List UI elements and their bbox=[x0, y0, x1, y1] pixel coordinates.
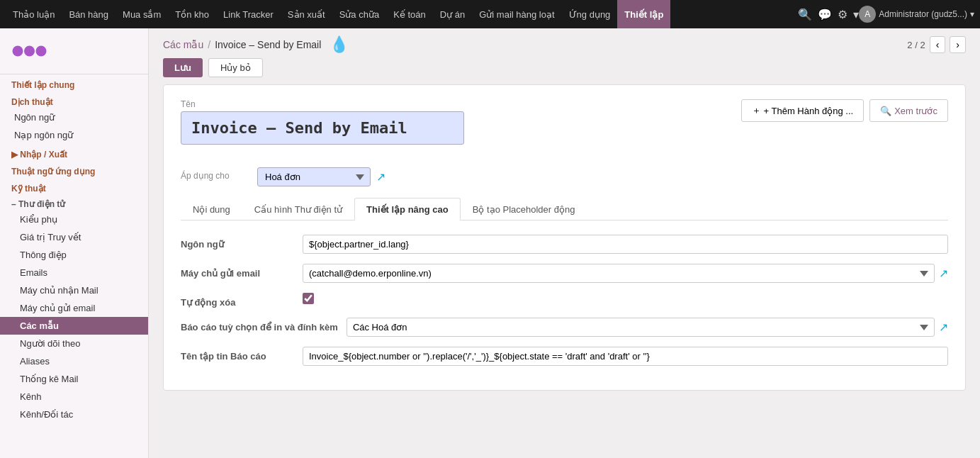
report-external-link-icon[interactable]: ↗ bbox=[939, 320, 948, 334]
report-select-wrap: Các Hoá đơn ↗ bbox=[347, 318, 948, 337]
advanced-tab-content: Ngôn ngữ Máy chủ gửi email (catchall@dem… bbox=[181, 235, 948, 366]
breadcrumb: Các mẫu / Invoice – Send by Email 💧 bbox=[163, 35, 349, 54]
svg-point-0 bbox=[13, 46, 23, 57]
tab-thiet-lap-nang-cao[interactable]: Thiết lập nâng cao bbox=[354, 198, 461, 220]
search-preview-icon: 🔍 bbox=[880, 106, 891, 116]
tabs-bar: Nội dung Cấu hình Thư điện tử Thiết lập … bbox=[181, 198, 948, 220]
preview-button[interactable]: 🔍 Xem trước bbox=[869, 99, 948, 122]
sidebar-section-dich-thuat[interactable]: Dịch thuật bbox=[0, 91, 148, 108]
mail-server-external-link-icon[interactable]: ↗ bbox=[939, 267, 948, 280]
sidebar-item-may-chu-gui-email[interactable]: Máy chủ gửi email bbox=[0, 299, 148, 317]
chat-icon[interactable]: 💬 bbox=[818, 8, 832, 21]
user-name: Administrator (gudz5...) bbox=[879, 9, 967, 19]
sidebar-item-gia-tri-truy-vet[interactable]: Giá trị Truy vết bbox=[0, 228, 148, 246]
search-icon[interactable]: 🔍 bbox=[798, 8, 812, 21]
mail-server-select[interactable]: (catchall@demo.erponline.vn) bbox=[303, 264, 935, 283]
sidebar-item-thong-diep[interactable]: Thông điệp bbox=[0, 246, 148, 264]
tab-cau-hinh-thu[interactable]: Cấu hình Thư điện tử bbox=[242, 198, 354, 220]
sidebar-item-thong-ke-mail[interactable]: Thống kê Mail bbox=[0, 370, 148, 388]
add-action-button[interactable]: ＋ + Thêm Hành động ... bbox=[741, 99, 864, 122]
apply-for-row: Áp dụng cho Hoá đơn ↗ bbox=[181, 167, 948, 186]
language-input[interactable] bbox=[303, 235, 948, 254]
drop-icon: 💧 bbox=[330, 35, 349, 54]
top-navigation: Thảo luận Bán hàng Mua sắm Tồn kho Link … bbox=[0, 0, 980, 28]
sidebar-item-ngon-ngu-label: Ngôn ngữ bbox=[14, 112, 55, 123]
plus-icon: ＋ bbox=[752, 104, 761, 117]
user-dropdown-icon[interactable]: ▾ bbox=[970, 9, 974, 19]
nav-sua-chua[interactable]: Sửa chữa bbox=[332, 0, 386, 28]
main-content: Các mẫu / Invoice – Send by Email 💧 2 / … bbox=[149, 28, 980, 458]
nav-link-tracker[interactable]: Link Tracker bbox=[216, 0, 281, 28]
report-name-label: Tên tập tin Báo cáo bbox=[181, 347, 294, 362]
nav-ban-hang[interactable]: Bán hàng bbox=[62, 0, 116, 28]
language-label: Ngôn ngữ bbox=[181, 235, 294, 250]
mail-server-select-wrap: (catchall@demo.erponline.vn) ↗ bbox=[303, 264, 948, 283]
sidebar-section-nhap-xuat[interactable]: ▶ Nhập / Xuất bbox=[0, 144, 148, 161]
odoo-logo-icon bbox=[11, 37, 54, 65]
sidebar-item-kenh-doi-tac[interactable]: Kênh/Đối tác bbox=[0, 406, 148, 423]
title-input[interactable] bbox=[181, 111, 464, 145]
sidebar: Thiết lập chung Dịch thuật Ngôn ngữ Nạp … bbox=[0, 28, 149, 458]
auto-delete-row: Tự động xóa bbox=[181, 293, 948, 308]
nav-mua-sam[interactable]: Mua sắm bbox=[116, 0, 168, 28]
pagination-prev-button[interactable]: ‹ bbox=[930, 36, 946, 53]
sidebar-item-kenh[interactable]: Kênh bbox=[0, 388, 148, 406]
nav-chevron-icon[interactable]: ▾ bbox=[853, 8, 859, 21]
sidebar-section-thiet-lap-chung[interactable]: Thiết lập chung bbox=[0, 74, 148, 91]
pagination-next-button[interactable]: › bbox=[950, 36, 966, 53]
auto-delete-label: Tự động xóa bbox=[181, 293, 294, 308]
report-name-row: Tên tập tin Báo cáo bbox=[181, 347, 948, 366]
apply-label: Áp dụng cho bbox=[181, 171, 252, 181]
sidebar-item-may-chu-nhan-mail[interactable]: Máy chủ nhận Mail bbox=[0, 281, 148, 299]
report-name-input[interactable] bbox=[303, 347, 948, 366]
svg-point-1 bbox=[24, 46, 35, 57]
sidebar-group-thu-dien-tu: – Thư điện tử bbox=[0, 195, 148, 211]
nav-ke-toan[interactable]: Kế toán bbox=[386, 0, 433, 28]
nav-du-an[interactable]: Dự án bbox=[433, 0, 472, 28]
sidebar-item-ngon-ngu[interactable]: Ngôn ngữ bbox=[0, 108, 148, 126]
nav-gui-mail[interactable]: Gửi mail hàng loạt bbox=[472, 0, 561, 28]
settings-icon[interactable]: ⚙ bbox=[838, 8, 847, 21]
cancel-button[interactable]: Hủy bỏ bbox=[208, 58, 263, 77]
nav-user[interactable]: A Administrator (gudz5...) ▾ bbox=[859, 6, 974, 23]
report-row: Báo cáo tuỳ chọn để in và đính kèm Các H… bbox=[181, 318, 948, 337]
sidebar-section-ky-thuat[interactable]: Kỹ thuật bbox=[0, 178, 148, 195]
sidebar-item-cac-mau[interactable]: Các mẫu bbox=[0, 317, 148, 335]
sidebar-item-nguoi-doi-theo[interactable]: Người dõi theo bbox=[0, 335, 148, 352]
sidebar-logo[interactable] bbox=[0, 28, 148, 74]
apply-external-link-icon[interactable]: ↗ bbox=[376, 170, 385, 184]
breadcrumb-parent[interactable]: Các mẫu bbox=[163, 39, 203, 50]
nav-thiet-lap[interactable]: Thiết lập bbox=[617, 0, 670, 28]
report-select[interactable]: Các Hoá đơn bbox=[347, 318, 935, 337]
svg-point-2 bbox=[36, 46, 47, 57]
language-row: Ngôn ngữ bbox=[181, 235, 948, 254]
nav-ton-kho[interactable]: Tồn kho bbox=[168, 0, 216, 28]
arrow-right-icon: ▶ bbox=[11, 150, 20, 160]
report-label: Báo cáo tuỳ chọn để in và đính kèm bbox=[181, 318, 338, 333]
apply-select[interactable]: Hoá đơn bbox=[257, 167, 371, 186]
nav-icons: 🔍 💬 ⚙ ▾ bbox=[798, 8, 859, 21]
nav-ung-dung[interactable]: Ứng dụng bbox=[562, 0, 618, 28]
sidebar-item-nap-ngon-ngu-label: Nạp ngôn ngữ bbox=[14, 130, 73, 140]
sidebar-section-thuat-ngu[interactable]: Thuật ngữ ứng dụng bbox=[0, 161, 148, 178]
sidebar-item-aliases[interactable]: Aliases bbox=[0, 352, 148, 370]
user-avatar: A bbox=[859, 6, 876, 23]
mail-server-label: Máy chủ gửi email bbox=[181, 264, 294, 279]
nav-thao-luan[interactable]: Thảo luận bbox=[6, 0, 62, 28]
save-button[interactable]: Lưu bbox=[163, 58, 203, 77]
auto-delete-checkbox[interactable] bbox=[303, 293, 314, 304]
mail-server-row: Máy chủ gửi email (catchall@demo.erponli… bbox=[181, 264, 948, 283]
tab-noi-dung[interactable]: Nội dung bbox=[181, 198, 242, 220]
breadcrumb-current: Invoice – Send by Email bbox=[215, 39, 321, 50]
nav-san-xuat[interactable]: Sản xuất bbox=[281, 0, 332, 28]
top-actions: ＋ + Thêm Hành động ... 🔍 Xem trước bbox=[741, 99, 948, 122]
pagination-info: 2 / 2 bbox=[907, 40, 925, 50]
form-card: ＋ + Thêm Hành động ... 🔍 Xem trước Tên Á… bbox=[163, 84, 966, 391]
sidebar-item-kieu-phu[interactable]: Kiểu phụ bbox=[0, 211, 148, 228]
action-bar: Lưu Hủy bỏ bbox=[149, 54, 980, 84]
sidebar-item-emails[interactable]: Emails bbox=[0, 264, 148, 281]
tab-bo-tao-placeholder[interactable]: Bộ tạo Placeholder động bbox=[461, 198, 587, 220]
sidebar-item-nap-ngon-ngu[interactable]: Nạp ngôn ngữ bbox=[0, 126, 148, 144]
breadcrumb-separator: / bbox=[208, 39, 210, 50]
